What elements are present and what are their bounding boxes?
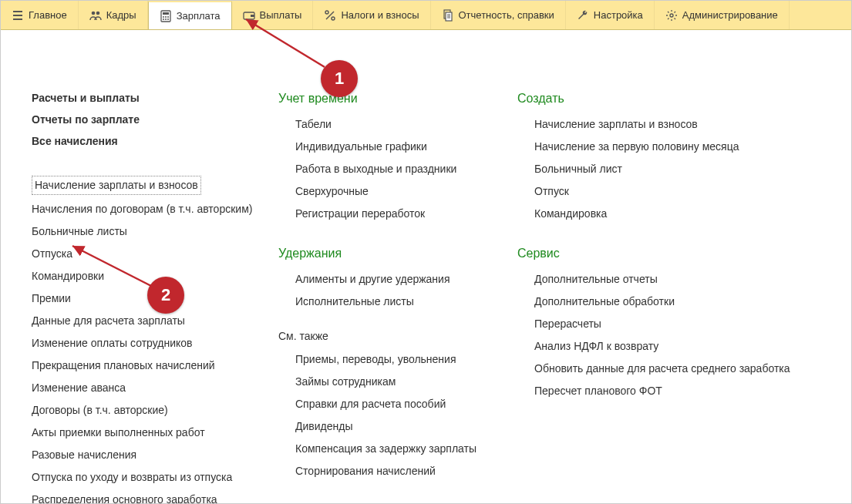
see-also-link[interactable]: Дивиденды: [295, 418, 502, 435]
nav-link-12[interactable]: Разовые начисления: [32, 447, 263, 463]
svg-point-12: [325, 11, 328, 14]
section-link[interactable]: Начисление за первую половину месяца: [534, 139, 810, 155]
see-also-link[interactable]: Справки для расчета пособий: [295, 396, 502, 412]
toolbar-label: Выплаты: [260, 9, 302, 21]
svg-point-5: [165, 16, 167, 18]
svg-rect-11: [251, 15, 254, 17]
toolbar-item-6[interactable]: Настройка: [566, 1, 655, 29]
nav-link-6[interactable]: Данные для расчета зарплаты: [32, 313, 263, 329]
section-link[interactable]: Табели: [295, 116, 502, 133]
section-link[interactable]: Командировка: [534, 206, 810, 222]
toolbar-item-3[interactable]: Выплаты: [232, 1, 314, 29]
gear-icon: [665, 9, 678, 22]
svg-point-8: [165, 18, 167, 20]
percent-icon: [324, 9, 336, 22]
svg-point-20: [670, 14, 673, 17]
section-header[interactable]: Создать: [517, 92, 810, 106]
section-header[interactable]: Учет времени: [278, 92, 502, 106]
toolbar-label: Зарплата: [177, 10, 221, 22]
svg-point-7: [163, 18, 164, 20]
see-also-link[interactable]: Сторнирования начислений: [295, 463, 502, 479]
toolbar-item-2[interactable]: Зарплата: [148, 1, 232, 29]
column-middle: Учет времениТабелиИндивидуальные графики…: [278, 92, 502, 504]
toolbar-label: Главное: [29, 9, 67, 21]
section-link[interactable]: Алименты и другие удержания: [295, 271, 502, 287]
see-also-link[interactable]: Займы сотрудникам: [295, 374, 502, 390]
column-right: СоздатьНачисление зарплаты и взносовНачи…: [517, 92, 810, 504]
toolbar-label: Настройка: [594, 9, 643, 21]
nav-link-4[interactable]: Командировки: [32, 268, 263, 284]
toolbar-item-4[interactable]: Налоги и взносы: [313, 1, 430, 29]
content-area: Расчеты и выплатыОтчеты по зарплатеВсе н…: [1, 30, 851, 504]
section-link[interactable]: Дополнительные отчеты: [534, 271, 810, 287]
nav-link-8[interactable]: Прекращения плановых начислений: [32, 358, 263, 374]
toolbar-label: Отчетность, справки: [459, 9, 554, 21]
svg-point-13: [332, 17, 335, 20]
menu-icon: [12, 9, 24, 22]
nav-link-0[interactable]: Начисление зарплаты и взносов: [32, 176, 201, 195]
svg-line-14: [326, 12, 334, 19]
section-link[interactable]: Начисление зарплаты и взносов: [534, 116, 810, 133]
section-link[interactable]: Больничный лист: [534, 161, 810, 177]
svg-point-4: [163, 16, 164, 18]
bold-link-0[interactable]: Расчеты и выплаты: [32, 92, 263, 104]
nav-link-9[interactable]: Изменение аванса: [32, 380, 263, 396]
section-link[interactable]: Дополнительные обработки: [534, 294, 810, 310]
svg-point-1: [96, 11, 99, 15]
nav-link-14[interactable]: Распределения основного заработка: [32, 492, 263, 504]
toolbar-label: Кадры: [106, 9, 136, 21]
section-link[interactable]: Исполнительные листы: [295, 294, 502, 310]
toolbar-item-0[interactable]: Главное: [1, 1, 79, 29]
section-link[interactable]: Пересчет планового ФОТ: [534, 383, 810, 399]
section-link[interactable]: Сверхурочные: [295, 183, 502, 200]
annotation-badge-2: 2: [147, 277, 184, 314]
section-link[interactable]: Анализ НДФЛ к возврату: [534, 338, 810, 354]
see-also-header: См. также: [278, 330, 502, 342]
toolbar-label: Налоги и взносы: [341, 9, 419, 21]
section-link[interactable]: Работа в выходные и праздники: [295, 161, 502, 177]
toolbar-item-5[interactable]: Отчетность, справки: [431, 1, 566, 29]
wrench-icon: [577, 9, 589, 22]
people-icon: [89, 9, 102, 22]
main-toolbar: ГлавноеКадрыЗарплатаВыплатыНалоги и взно…: [1, 1, 851, 30]
section-link[interactable]: Перерасчеты: [534, 316, 810, 332]
section-header[interactable]: Удержания: [278, 247, 502, 260]
svg-rect-3: [163, 12, 169, 15]
nav-link-10[interactable]: Договоры (в т.ч. авторские): [32, 402, 263, 418]
section-link[interactable]: Регистрации переработок: [295, 206, 502, 222]
see-also-link[interactable]: Компенсация за задержку зарплаты: [295, 441, 502, 457]
toolbar-item-7[interactable]: Администрирование: [655, 1, 790, 29]
svg-point-9: [167, 18, 169, 20]
nav-link-11[interactable]: Акты приемки выполненных работ: [32, 425, 263, 441]
toolbar-item-1[interactable]: Кадры: [79, 1, 148, 29]
calc-icon: [160, 10, 172, 22]
nav-link-7[interactable]: Изменение оплаты сотрудников: [32, 335, 263, 351]
see-also-link[interactable]: Приемы, переводы, увольнения: [295, 351, 502, 368]
bold-link-2[interactable]: Все начисления: [32, 135, 263, 147]
nav-link-13[interactable]: Отпуска по уходу и возвраты из отпуска: [32, 469, 263, 486]
section-header[interactable]: Сервис: [517, 247, 810, 260]
section-link[interactable]: Обновить данные для расчета среднего зар…: [534, 361, 810, 377]
nav-link-1[interactable]: Начисления по договорам (в т.ч. авторски…: [32, 201, 263, 217]
svg-point-0: [91, 11, 95, 15]
nav-link-2[interactable]: Больничные листы: [32, 223, 263, 240]
svg-point-6: [167, 16, 169, 18]
docs-icon: [442, 9, 454, 22]
nav-link-3[interactable]: Отпуска: [32, 246, 263, 262]
toolbar-label: Администрирование: [682, 9, 778, 21]
section-link[interactable]: Отпуск: [534, 183, 810, 200]
annotation-badge-1: 1: [321, 60, 358, 97]
bold-link-1[interactable]: Отчеты по зарплате: [32, 113, 263, 126]
wallet-icon: [243, 9, 255, 22]
section-link[interactable]: Индивидуальные графики: [295, 139, 502, 155]
